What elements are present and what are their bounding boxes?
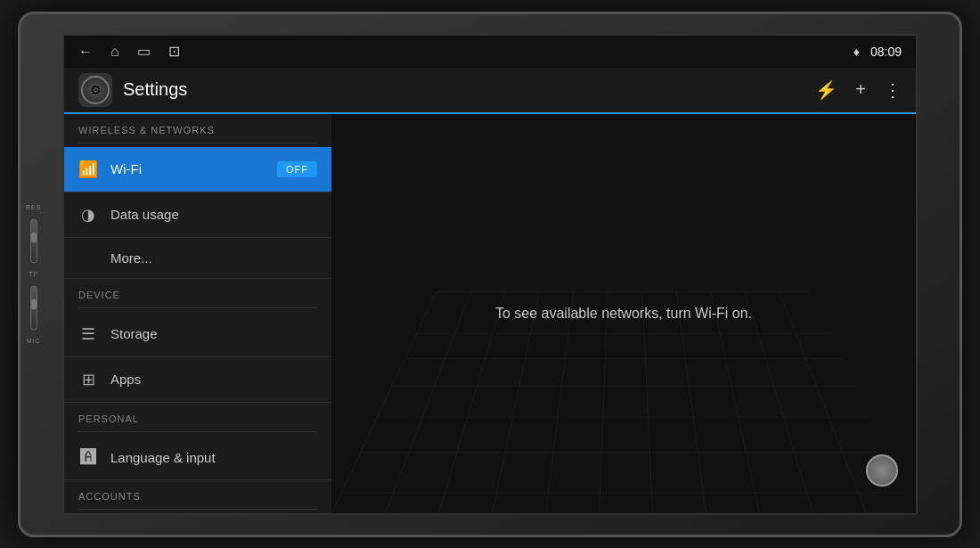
section-header-wireless: WIRELESS & NETWORKS [64,114,331,139]
section-header-personal: PERSONAL [64,403,331,428]
app-icon: ⚙ [78,73,112,107]
grid-background [331,291,916,513]
mic-label: MIC [27,337,41,343]
sidebar-item-language[interactable]: 🅰 Language & input [64,436,331,480]
tf-label: TF [29,270,38,276]
wifi-message: To see available networks, turn Wi-Fi on… [495,306,752,322]
scroll-indicator[interactable] [866,454,898,487]
status-right: ♦ 08:09 [853,45,902,59]
page-title: Settings [123,79,815,100]
location-icon: ♦ [853,45,860,59]
wifi-toggle[interactable]: OFF [277,161,317,177]
wifi-icon: 📶 [78,159,98,179]
sidebar-item-data-usage[interactable]: ◑ Data usage [64,192,331,238]
sidebar-item-storage[interactable]: ☰ Storage [64,312,331,357]
storage-icon: ☰ [78,324,98,344]
sidebar: WIRELESS & NETWORKS 📶 Wi-Fi OFF ◑ Data u… [64,114,331,513]
res-label: RES [26,203,41,209]
divider-wireless [78,143,317,143]
top-bar: ⚙ Settings ⚡ + ⋮ [64,68,916,114]
sidebar-item-wifi[interactable]: 📶 Wi-Fi OFF [64,147,331,192]
status-time: 08:09 [870,45,902,59]
more-icon[interactable]: ⋮ [884,79,902,101]
home-icon[interactable]: ⌂ [110,44,119,60]
recents-icon[interactable]: ▭ [137,43,151,60]
wifi-label: Wi-Fi [110,161,265,176]
screen: ← ⌂ ▭ ⊡ ♦ 08:09 ⚙ Settings ⚡ + ⋮ [62,34,918,515]
section-header-device: DEVICE [64,279,331,304]
res-slider[interactable] [30,218,37,263]
device-frame: RES TF MIC ← ⌂ ▭ ⊡ ♦ 08:09 ⚙ Settings [18,12,962,537]
app-icon-inner: ⚙ [81,76,110,104]
storage-label: Storage [110,326,317,341]
content-area: WIRELESS & NETWORKS 📶 Wi-Fi OFF ◑ Data u… [64,114,916,513]
divider-device [78,307,317,308]
add-icon[interactable]: + [855,79,866,100]
tf-slider[interactable] [30,285,37,330]
side-buttons: RES TF MIC [26,203,41,345]
back-icon[interactable]: ← [78,44,93,60]
divider-personal [78,431,317,432]
language-label: Language & input [110,450,317,465]
status-bar: ← ⌂ ▭ ⊡ ♦ 08:09 [64,36,916,68]
section-header-accounts: ACCOUNTS [64,480,331,505]
sidebar-item-more[interactable]: More... [64,238,331,279]
top-bar-actions: ⚡ + ⋮ [815,79,902,101]
language-icon: 🅰 [78,448,98,467]
data-usage-icon: ◑ [78,205,98,225]
sidebar-item-apps[interactable]: ⊞ Apps [64,357,331,403]
divider-accounts [78,509,317,510]
apps-icon: ⊞ [78,370,98,389]
more-label: More... [110,250,317,266]
data-usage-label: Data usage [110,207,317,222]
nav-buttons: ← ⌂ ▭ ⊡ [78,43,180,60]
main-area: To see available networks, turn Wi-Fi on… [331,114,916,513]
flash-icon[interactable]: ⚡ [815,79,837,101]
apps-label: Apps [110,372,317,387]
screenshot-icon[interactable]: ⊡ [168,43,180,60]
